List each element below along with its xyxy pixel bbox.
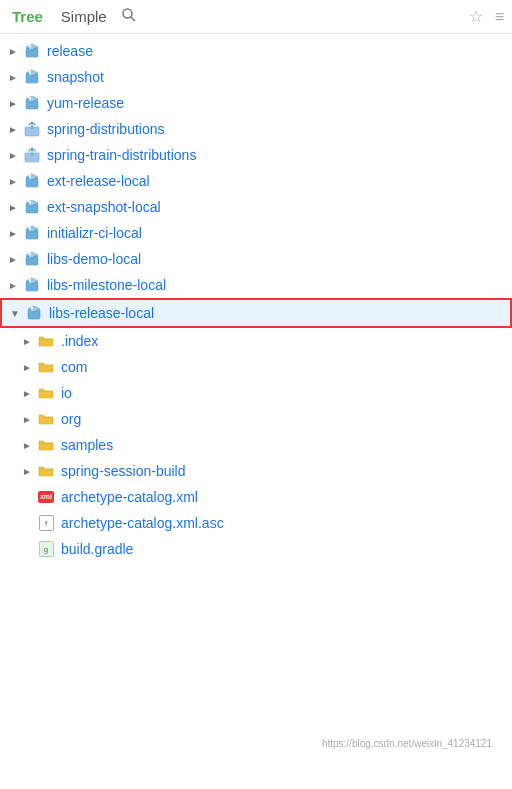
chevron-icon[interactable]: ► <box>6 252 20 266</box>
chevron-icon[interactable]: ► <box>6 44 20 58</box>
star-icon[interactable]: ☆ <box>469 7 483 26</box>
folder-icon <box>37 358 55 376</box>
folder-icon <box>37 332 55 350</box>
folder-icon <box>37 462 55 480</box>
tree-item-yum-release[interactable]: ► yum-release <box>0 90 512 116</box>
upload-icon <box>23 120 41 138</box>
item-label: spring-session-build <box>61 463 186 479</box>
svg-rect-7 <box>29 45 31 47</box>
item-label: samples <box>61 437 113 453</box>
tree-tab[interactable]: Tree <box>8 6 47 27</box>
tree-item-libs-release-local[interactable]: ▼ libs-release-local <box>0 298 512 328</box>
tree-item-ext-snapshot-local[interactable]: ► ext-snapshot-local <box>0 194 512 220</box>
svg-rect-51 <box>29 279 31 281</box>
item-label: ext-snapshot-local <box>47 199 161 215</box>
item-label: archetype-catalog.xml <box>61 489 198 505</box>
tree-item-index[interactable]: ► .index <box>0 328 512 354</box>
item-label: archetype-catalog.xml.asc <box>61 515 224 531</box>
item-label: initializr-ci-local <box>47 225 142 241</box>
chevron-icon[interactable] <box>20 490 34 504</box>
tree-item-build-gradle[interactable]: gbuild.gradle <box>0 536 512 562</box>
package-icon <box>23 172 41 190</box>
chevron-icon[interactable] <box>20 542 34 556</box>
item-label: libs-release-local <box>49 305 154 321</box>
upload-icon <box>23 146 41 164</box>
chevron-icon[interactable]: ► <box>6 122 20 136</box>
folder-icon <box>37 384 55 402</box>
chevron-icon[interactable]: ► <box>6 174 20 188</box>
item-label: .index <box>61 333 98 349</box>
svg-rect-57 <box>31 307 33 309</box>
package-icon <box>23 68 41 86</box>
tree-item-com[interactable]: ► com <box>0 354 512 380</box>
chevron-icon[interactable]: ► <box>20 412 34 426</box>
chevron-icon[interactable]: ► <box>6 148 20 162</box>
item-label: snapshot <box>47 69 104 85</box>
svg-rect-19 <box>29 97 31 99</box>
svg-rect-27 <box>29 175 31 177</box>
tree-item-libs-demo-local[interactable]: ► libs-demo-local <box>0 246 512 272</box>
chevron-icon[interactable]: ▼ <box>8 306 22 320</box>
header-actions: ☆ ≡ <box>469 7 504 26</box>
simple-tab[interactable]: Simple <box>57 6 111 27</box>
package-icon <box>23 224 41 242</box>
chevron-icon[interactable]: ► <box>6 226 20 240</box>
item-label: build.gradle <box>61 541 133 557</box>
chevron-icon[interactable]: ► <box>6 278 20 292</box>
package-icon <box>25 304 43 322</box>
package-icon <box>23 198 41 216</box>
chevron-icon[interactable]: ► <box>20 334 34 348</box>
menu-icon[interactable]: ≡ <box>495 8 504 26</box>
chevron-icon[interactable]: ► <box>20 464 34 478</box>
tree-item-snapshot[interactable]: ► snapshot <box>0 64 512 90</box>
item-label: com <box>61 359 87 375</box>
chevron-icon[interactable]: ► <box>6 70 20 84</box>
item-label: libs-milestone-local <box>47 277 166 293</box>
package-icon <box>23 42 41 60</box>
tree-item-org[interactable]: ► org <box>0 406 512 432</box>
folder-icon <box>37 410 55 428</box>
chevron-icon[interactable]: ► <box>20 386 34 400</box>
item-label: org <box>61 411 81 427</box>
search-icon[interactable] <box>121 7 137 26</box>
svg-rect-33 <box>29 201 31 203</box>
chevron-icon[interactable] <box>20 516 34 530</box>
tree-item-initializr-ci-local[interactable]: ► initializr-ci-local <box>0 220 512 246</box>
item-label: spring-distributions <box>47 121 165 137</box>
item-label: libs-demo-local <box>47 251 141 267</box>
svg-rect-45 <box>29 253 31 255</box>
item-label: io <box>61 385 72 401</box>
package-icon <box>23 276 41 294</box>
item-label: release <box>47 43 93 59</box>
chevron-icon[interactable]: ► <box>20 360 34 374</box>
chevron-icon[interactable]: ► <box>6 96 20 110</box>
item-label: ext-release-local <box>47 173 150 189</box>
header: Tree Simple ☆ ≡ <box>0 0 512 34</box>
svg-line-1 <box>131 17 135 21</box>
tree-item-spring-session-build[interactable]: ► spring-session-build <box>0 458 512 484</box>
tree-item-ext-release-local[interactable]: ► ext-release-local <box>0 168 512 194</box>
tree-item-io[interactable]: ► io <box>0 380 512 406</box>
tree-item-samples[interactable]: ► samples <box>0 432 512 458</box>
folder-icon <box>37 436 55 454</box>
svg-point-0 <box>123 9 132 18</box>
tree-item-release[interactable]: ► release <box>0 38 512 64</box>
tree-item-libs-milestone-local[interactable]: ► libs-milestone-local <box>0 272 512 298</box>
asc-icon: f <box>37 514 55 532</box>
item-label: yum-release <box>47 95 124 111</box>
item-label: spring-train-distributions <box>47 147 196 163</box>
tree-container: ► release► snapshot► yum-release► spring… <box>0 34 512 566</box>
package-icon <box>23 250 41 268</box>
chevron-icon[interactable]: ► <box>20 438 34 452</box>
tree-item-archetype-catalog-xml[interactable]: xmlarchetype-catalog.xml <box>0 484 512 510</box>
tree-item-spring-distributions[interactable]: ► spring-distributions <box>0 116 512 142</box>
package-icon <box>23 94 41 112</box>
xml-icon: xml <box>37 488 55 506</box>
svg-rect-13 <box>29 71 31 73</box>
watermark: https://blog.csdn.net/weixin_41234121 <box>322 738 492 749</box>
svg-rect-39 <box>29 227 31 229</box>
tree-item-archetype-catalog-xml-asc[interactable]: farchetype-catalog.xml.asc <box>0 510 512 536</box>
tree-item-spring-train-distributions[interactable]: ► spring-train-distributions <box>0 142 512 168</box>
gradle-icon: g <box>37 540 55 558</box>
chevron-icon[interactable]: ► <box>6 200 20 214</box>
